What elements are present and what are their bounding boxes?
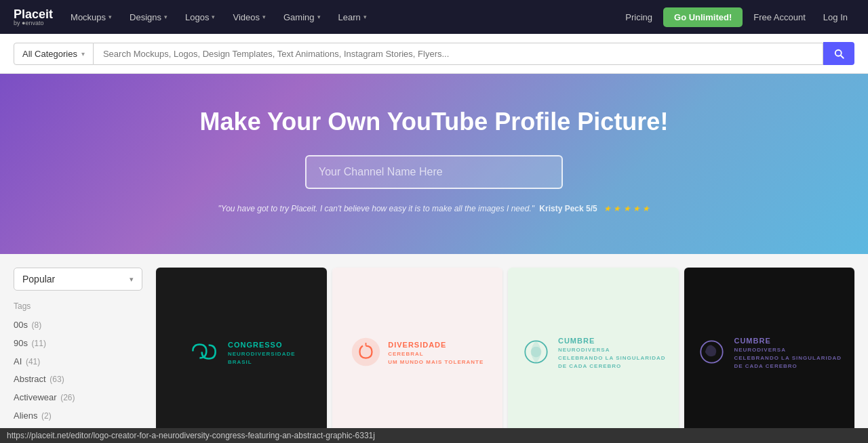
tag-count: (11) bbox=[32, 339, 46, 348]
chevron-down-icon: ▾ bbox=[212, 14, 215, 20]
logo-main-text: Placeit bbox=[14, 8, 53, 20]
tag-item[interactable]: AI (41) bbox=[14, 353, 142, 371]
search-button[interactable] bbox=[823, 42, 854, 65]
svg-point-0 bbox=[353, 338, 380, 365]
tag-count: (41) bbox=[26, 357, 40, 366]
product-grid: CONGRESSONEURODIVERSIDADEBRASIL Logo Cre… bbox=[156, 268, 854, 443]
nav-gaming[interactable]: Gaming ▾ bbox=[277, 8, 328, 26]
tag-label: Activewear bbox=[14, 392, 57, 402]
product-card[interactable]: CONGRESSONEURODIVERSIDADEBRASIL Logo Cre… bbox=[156, 268, 327, 443]
tag-label: 00s bbox=[14, 320, 28, 330]
sort-dropdown[interactable]: Popular ▾ bbox=[14, 268, 142, 291]
chevron-down-icon: ▾ bbox=[81, 50, 85, 58]
tag-label: Abstract bbox=[14, 374, 46, 384]
nav-free-account[interactable]: Free Account bbox=[747, 8, 812, 26]
search-icon bbox=[833, 47, 845, 60]
search-input[interactable] bbox=[94, 43, 823, 65]
product-card[interactable]: CUMBRENEURODIVERSACELEBRANDO LA SINGULAR… bbox=[508, 268, 679, 443]
hero-banner: Make Your Own YouTube Profile Picture! "… bbox=[0, 74, 868, 254]
chevron-down-icon: ▾ bbox=[363, 14, 367, 20]
tags-heading: Tags bbox=[14, 301, 142, 311]
chevron-down-icon: ▾ bbox=[164, 14, 167, 20]
tag-item[interactable]: 00s (8) bbox=[14, 316, 142, 335]
nav-designs[interactable]: Designs ▾ bbox=[123, 8, 174, 26]
tag-count: (2) bbox=[41, 411, 52, 421]
sidebar: Popular ▾ Tags 00s (8)90s (11)AI (41)Abs… bbox=[14, 268, 142, 443]
tag-label: 90s bbox=[14, 338, 28, 348]
nav-learn[interactable]: Learn ▾ bbox=[332, 8, 374, 26]
product-card[interactable]: CUMBRENEURODIVERSACELEBRANDO LA SINGULAR… bbox=[684, 268, 855, 443]
card-image: CONGRESSONEURODIVERSIDADEBRASIL bbox=[156, 268, 327, 438]
card-image: CUMBRENEURODIVERSACELEBRANDO LA SINGULAR… bbox=[508, 268, 679, 438]
tag-label: Aliens bbox=[14, 410, 37, 421]
tag-item[interactable]: Aliens (2) bbox=[14, 407, 142, 425]
go-unlimited-button[interactable]: Go Unlimited! bbox=[663, 7, 743, 27]
main-content: Popular ▾ Tags 00s (8)90s (11)AI (41)Abs… bbox=[0, 254, 868, 443]
nav-login[interactable]: Log In bbox=[816, 8, 854, 26]
tag-count: (8) bbox=[32, 320, 42, 330]
card-image: DIVERSIDADECEREBRALUM MUNDO MAIS TOLERAN… bbox=[332, 268, 503, 438]
card-image: CUMBRENEURODIVERSACELEBRANDO LA SINGULAR… bbox=[684, 268, 855, 438]
navbar: Placeit by ●envato Mockups ▾ Designs ▾ L… bbox=[0, 0, 868, 34]
hero-channel-input[interactable] bbox=[305, 155, 563, 189]
tag-item[interactable]: 90s (11) bbox=[14, 335, 142, 353]
tag-label: AI bbox=[14, 356, 22, 366]
status-bar: https://placeit.net/editor/logo-creator-… bbox=[0, 428, 868, 443]
chevron-down-icon: ▾ bbox=[108, 14, 112, 20]
chevron-down-icon: ▾ bbox=[130, 275, 134, 284]
nav-pricing[interactable]: Pricing bbox=[618, 8, 659, 26]
tag-item[interactable]: Abstract (63) bbox=[14, 371, 142, 389]
nav-videos[interactable]: Videos ▾ bbox=[226, 8, 273, 26]
site-logo[interactable]: Placeit by ●envato bbox=[14, 8, 53, 26]
hero-title: Make Your Own YouTube Profile Picture! bbox=[14, 108, 854, 136]
nav-mockups[interactable]: Mockups ▾ bbox=[64, 8, 119, 26]
chevron-down-icon: ▾ bbox=[262, 14, 266, 20]
tag-count: (26) bbox=[60, 393, 75, 402]
search-bar: All Categories ▾ bbox=[0, 34, 868, 74]
all-categories-button[interactable]: All Categories ▾ bbox=[14, 43, 94, 65]
hero-testimonial: "You have got to try Placeit. I can't be… bbox=[14, 204, 854, 213]
tag-count: (63) bbox=[50, 375, 64, 384]
nav-logos[interactable]: Logos ▾ bbox=[178, 8, 222, 26]
tags-list: 00s (8)90s (11)AI (41)Abstract (63)Activ… bbox=[14, 316, 142, 443]
chevron-down-icon: ▾ bbox=[317, 14, 321, 20]
logo-sub-text: by ●envato bbox=[14, 20, 53, 26]
tag-item[interactable]: Activewear (26) bbox=[14, 389, 142, 407]
product-card[interactable]: DIVERSIDADECEREBRALUM MUNDO MAIS TOLERAN… bbox=[332, 268, 503, 443]
